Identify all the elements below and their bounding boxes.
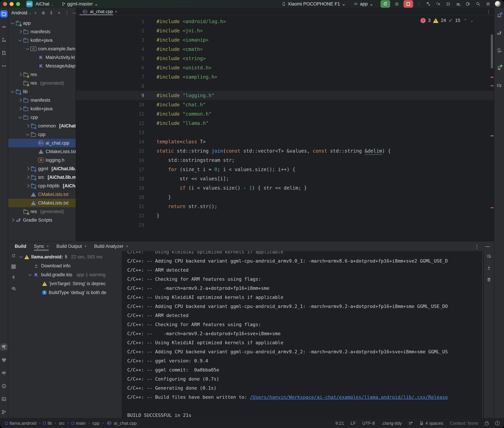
code-line[interactable]: 23 xyxy=(76,220,494,230)
more-tools-button[interactable] xyxy=(0,62,8,70)
console-scrollbar[interactable] xyxy=(482,251,484,418)
app-quality-insights-button[interactable] xyxy=(0,356,8,364)
project-view-selector[interactable]: Android xyxy=(11,10,27,16)
close-tab-icon[interactable]: × xyxy=(47,244,49,249)
code-line[interactable]: 21 return str.str(); xyxy=(76,202,494,211)
filter-eye-icon[interactable] xyxy=(11,286,16,291)
tree-item-kotlin-java[interactable]: kotlin+java xyxy=(8,105,76,113)
code-line[interactable]: 9#include "logging.h" xyxy=(76,91,494,100)
gemini-button[interactable] xyxy=(495,82,503,89)
minimize-window-button[interactable] xyxy=(10,2,14,6)
breadcrumb-item[interactable]: cpp xyxy=(92,421,99,426)
breadcrumb[interactable]: llama.android›lib›src›main›cpp›ai_chat.c… xyxy=(5,421,137,426)
editor-scrollbar[interactable] xyxy=(490,16,494,241)
debug-button[interactable] xyxy=(393,1,400,7)
project-selector[interactable]: AiChat ⌄ xyxy=(35,1,54,7)
run-config-selector[interactable]: app ⌄ xyxy=(353,1,373,7)
build-tree-item[interactable]: Download info xyxy=(19,261,122,270)
error-stripe-mark[interactable] xyxy=(491,85,494,86)
resolve-context[interactable]: Context: None xyxy=(450,421,478,426)
tree-item-messageadapter-kt[interactable]: MessageAdapter.kt xyxy=(8,62,76,70)
code-line[interactable]: 5#include <string> xyxy=(76,54,494,63)
build-tree-item[interactable]: BuildType 'debug' is both de xyxy=(19,288,122,297)
tree-item-com-example-llama[interactable]: com.example.llama xyxy=(8,45,76,53)
code-line[interactable]: 3#include <iomanip> xyxy=(76,35,494,45)
chevron-expanded-icon[interactable] xyxy=(11,21,14,24)
soft-wrap-icon[interactable] xyxy=(487,254,491,259)
notifications-button[interactable] xyxy=(495,12,503,19)
code-line[interactable]: 2#include <jni.h> xyxy=(76,26,494,35)
tree-item-res[interactable]: res xyxy=(8,70,76,79)
stop-button[interactable] xyxy=(403,0,413,8)
chevron-expanded-icon[interactable] xyxy=(26,132,29,136)
code-line[interactable]: 7#include <sampling.h> xyxy=(76,72,494,82)
sync-button[interactable] xyxy=(435,1,442,7)
resync-icon[interactable] xyxy=(11,254,16,258)
line-ending[interactable]: LF xyxy=(350,421,356,426)
tree-item-ai-chat-cpp[interactable]: ai_chat.cpp xyxy=(8,139,76,147)
tree-item-cpp[interactable]: cpp xyxy=(8,113,76,122)
build-console[interactable]: C/C++: Using KleidiAI optimized kernels … xyxy=(122,251,484,418)
code-line[interactable]: 4#include <cmath> xyxy=(76,45,494,54)
tree-item-common[interactable]: common[AiChat.lib.main] xyxy=(8,122,76,130)
branch-selector[interactable]: ggml-master ⌄ xyxy=(61,1,98,7)
chevron-collapsed-icon[interactable] xyxy=(18,73,22,76)
device-selector[interactable]: Xiaomi POCOPHONE F1 ⌄ xyxy=(282,1,346,7)
build-tool-button[interactable] xyxy=(0,343,8,351)
next-problem-button[interactable]: ⌄ xyxy=(470,18,473,23)
chevron-expanded-icon[interactable] xyxy=(18,115,22,118)
tree-item-app[interactable]: app xyxy=(8,19,76,27)
panel-more-button[interactable]: ⋮ xyxy=(64,10,70,16)
build-tab-sync[interactable]: Sync× xyxy=(34,241,49,251)
tree-item-cpp[interactable]: cpp xyxy=(8,130,76,139)
collapse-all-button[interactable]: × xyxy=(57,10,62,16)
build-tree-item[interactable]: 'jvmTarget: String' is deprec xyxy=(19,279,122,288)
editor-options-button[interactable]: ⋮ xyxy=(486,9,494,14)
tree-item-res[interactable]: res(generated) xyxy=(8,207,76,216)
code-line[interactable]: 12#include "llama.h" xyxy=(76,118,494,128)
chevron-expanded-icon[interactable] xyxy=(26,47,29,50)
code-line[interactable]: 16 std::ostringstream str; xyxy=(76,156,494,165)
code-line[interactable]: 19 if (i < values.size() - 1) { str << d… xyxy=(76,183,494,192)
breadcrumb-item[interactable]: src xyxy=(59,421,65,426)
device-mirroring-button[interactable] xyxy=(465,1,471,7)
window-controls[interactable] xyxy=(3,2,20,6)
search-everywhere-button[interactable] xyxy=(475,1,481,7)
stop-sync-icon[interactable] xyxy=(11,264,16,269)
running-devices-button[interactable] xyxy=(495,64,503,72)
tree-item-manifests[interactable]: manifests xyxy=(8,96,76,105)
code-line[interactable]: 17 for (size_t i = 0; i < values.size();… xyxy=(76,165,494,174)
chevron-collapsed-icon[interactable] xyxy=(11,218,14,222)
hide-build-button[interactable]: — xyxy=(485,244,490,249)
close-window-button[interactable] xyxy=(3,2,7,6)
error-stripe-mark[interactable] xyxy=(491,77,494,78)
breadcrumb-item[interactable]: ai_chat.cpp xyxy=(114,421,137,426)
code-line[interactable]: 22} xyxy=(76,211,494,220)
code-line[interactable]: 10#include "chat.h" xyxy=(76,100,494,109)
breadcrumb-item[interactable]: main xyxy=(76,421,85,426)
add-button[interactable]: ＋ xyxy=(33,10,38,16)
tree-item-cmakelists-txt[interactable]: CMakeLists.txt xyxy=(8,199,76,207)
tree-item-cmakelists-txt[interactable]: CMakeLists.txt xyxy=(8,147,76,156)
unlock-icon[interactable] xyxy=(485,422,488,425)
logcat-button[interactable] xyxy=(0,370,8,377)
tree-item-src[interactable]: src[AiChat.lib.main] xyxy=(8,173,76,181)
chevron-collapsed-icon[interactable] xyxy=(18,107,22,110)
rerun-button[interactable] xyxy=(381,0,390,8)
clang-tidy-profile[interactable]: .clang-tidy xyxy=(381,421,402,426)
breadcrumb-item[interactable]: llama.android xyxy=(10,421,36,426)
tree-item-logging-h[interactable]: logging.h xyxy=(8,156,76,165)
code-area[interactable]: ! 3 24 ✓ 15 ⌃ ⌄ 1#include <android/log.h… xyxy=(76,16,494,241)
code-line[interactable]: 6#include <unistd.h> xyxy=(76,63,494,72)
indent-setting[interactable]: 4 spaces xyxy=(419,421,443,426)
chevron-collapsed-icon[interactable] xyxy=(18,30,22,33)
breadcrumb-item[interactable]: lib xyxy=(48,421,52,426)
more-run-actions[interactable]: ⋮ xyxy=(417,1,422,7)
build-more-button[interactable]: ⋮ xyxy=(475,244,479,249)
terminal-button[interactable] xyxy=(0,395,8,403)
tree-item-cmakelists-txt[interactable]: CMakeLists.txt xyxy=(8,190,76,199)
maximize-window-button[interactable] xyxy=(16,2,20,6)
version-control-button[interactable] xyxy=(0,409,8,416)
pull-requests-tool-button[interactable] xyxy=(0,49,8,57)
settings-button[interactable] xyxy=(485,1,491,7)
